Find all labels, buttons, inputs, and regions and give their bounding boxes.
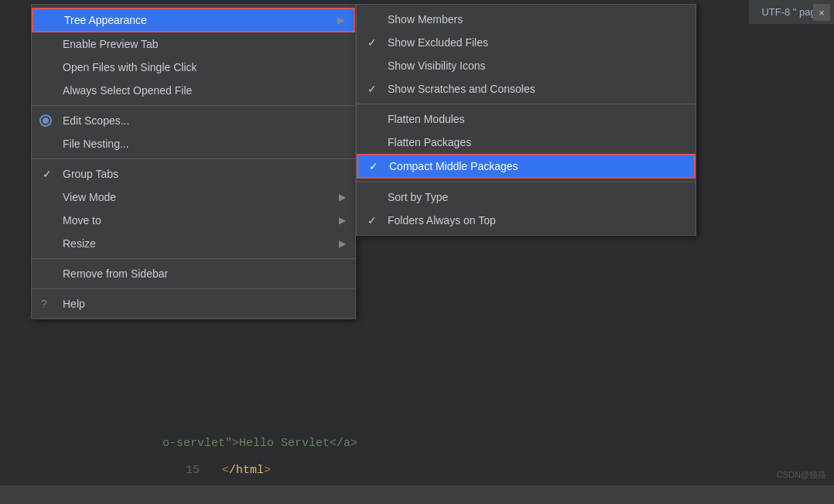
- submenu-item-show-visibility[interactable]: Show Visibility Icons: [357, 54, 696, 77]
- code-line: o-servlet">Hello Servlet</a>: [162, 437, 357, 450]
- closing-tag-bracket-close: >: [264, 464, 271, 477]
- context-menu: Tree Appearance ▶ Enable Preview Tab Ope…: [31, 4, 356, 319]
- status-bar: [0, 485, 834, 504]
- help-label: Help: [63, 298, 85, 310]
- submenu-item-flatten-modules[interactable]: Flatten Modules: [357, 107, 696, 131]
- show-visibility-label: Show Visibility Icons: [388, 60, 486, 72]
- show-members-label: Show Members: [388, 13, 463, 26]
- close-button[interactable]: ×: [813, 4, 830, 21]
- separator-1: [32, 105, 355, 106]
- separator-2: [32, 158, 355, 159]
- show-excluded-check: ✓: [367, 36, 377, 49]
- view-mode-label: View Mode: [63, 191, 116, 203]
- group-tabs-check: ✓: [43, 168, 52, 180]
- menu-item-file-nesting[interactable]: File Nesting...: [32, 132, 355, 155]
- closing-tag-area: 15 </html>: [186, 464, 271, 477]
- show-scratches-check: ✓: [367, 83, 377, 95]
- flatten-packages-label: Flatten Packages: [388, 136, 471, 148]
- folders-on-top-check: ✓: [367, 214, 377, 226]
- tree-appearance-label: Tree Appearance: [64, 14, 147, 26]
- encoding-label: UTF-8: [761, 6, 790, 18]
- resize-label: Resize: [63, 237, 96, 250]
- submenu-tree-appearance: Show Members ✓ Show Excluded Files Show …: [356, 4, 696, 236]
- always-select-label: Always Select Opened File: [63, 84, 192, 97]
- menu-item-view-mode[interactable]: View Mode ▶: [32, 186, 355, 209]
- menu-item-enable-preview-tab[interactable]: Enable Preview Tab: [32, 32, 355, 56]
- radio-icon: [39, 114, 52, 127]
- submenu-item-show-excluded[interactable]: ✓ Show Excluded Files: [357, 31, 696, 54]
- closing-tag-bracket-open: <: [222, 464, 229, 477]
- show-excluded-label: Show Excluded Files: [388, 36, 488, 49]
- move-to-arrow: ▶: [339, 215, 346, 226]
- resize-arrow: ▶: [339, 238, 346, 249]
- submenu-item-flatten-packages[interactable]: Flatten Packages: [357, 131, 696, 154]
- enable-preview-tab-label: Enable Preview Tab: [63, 38, 158, 50]
- folders-on-top-label: Folders Always on Top: [388, 214, 496, 226]
- compact-middle-check: ✓: [369, 160, 378, 172]
- menu-item-edit-scopes[interactable]: Edit Scopes...: [32, 109, 355, 132]
- menu-item-remove-sidebar[interactable]: Remove from Sidebar: [32, 262, 355, 285]
- edit-scopes-label: Edit Scopes...: [63, 114, 129, 127]
- remove-sidebar-label: Remove from Sidebar: [63, 267, 168, 280]
- submenu-separator-2: [357, 182, 696, 182]
- submenu-item-folders-on-top[interactable]: ✓ Folders Always on Top: [357, 209, 696, 232]
- submenu-item-show-scratches[interactable]: ✓ Show Scratches and Consoles: [357, 77, 696, 100]
- show-scratches-label: Show Scratches and Consoles: [388, 83, 535, 95]
- question-icon: ?: [41, 298, 47, 310]
- tree-appearance-arrow: ▶: [337, 15, 344, 26]
- submenu-item-compact-middle[interactable]: ✓ Compact Middle Packages: [357, 154, 696, 179]
- menu-item-always-select[interactable]: Always Select Opened File: [32, 79, 355, 102]
- menu-item-move-to[interactable]: Move to ▶: [32, 209, 355, 232]
- group-tabs-label: Group Tabs: [63, 168, 118, 180]
- separator-4: [32, 288, 355, 289]
- submenu-separator-1: [357, 104, 696, 104]
- menu-item-help[interactable]: ? Help: [32, 292, 355, 315]
- submenu-item-sort-by-type[interactable]: Sort by Type: [357, 186, 696, 209]
- menu-item-tree-appearance[interactable]: Tree Appearance ▶: [32, 8, 355, 32]
- move-to-label: Move to: [63, 214, 101, 226]
- compact-middle-label: Compact Middle Packages: [389, 160, 518, 172]
- menu-item-resize[interactable]: Resize ▶: [32, 232, 355, 255]
- open-single-click-label: Open Files with Single Click: [63, 61, 197, 73]
- watermark: CSDN@顿筱: [777, 469, 826, 481]
- flatten-modules-label: Flatten Modules: [388, 113, 465, 125]
- menu-item-group-tabs[interactable]: ✓ Group Tabs: [32, 162, 355, 186]
- code-area: o-servlet">Hello Servlet</a>: [155, 429, 834, 458]
- file-nesting-label: File Nesting...: [63, 138, 129, 150]
- menu-item-open-single-click[interactable]: Open Files with Single Click: [32, 56, 355, 79]
- line-number: 15: [186, 464, 200, 477]
- submenu-item-show-members[interactable]: Show Members: [357, 8, 696, 31]
- separator-3: [32, 258, 355, 259]
- view-mode-arrow: ▶: [339, 192, 346, 203]
- sort-by-type-label: Sort by Type: [388, 191, 448, 203]
- closing-tag-name: /html: [229, 464, 264, 477]
